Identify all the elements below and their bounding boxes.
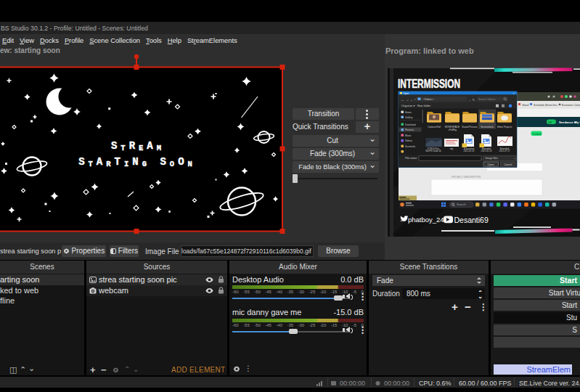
svg-text:Music: Music bbox=[405, 134, 412, 137]
svg-text:Slime Projects: Slime Projects bbox=[497, 126, 512, 128]
svg-text:Image files: Image files bbox=[486, 157, 499, 160]
svg-text:+FullRig: +FullRig bbox=[448, 128, 457, 131]
svg-text:Organize ▾: Organize ▾ bbox=[401, 105, 414, 107]
svg-text:New folder: New folder bbox=[417, 105, 431, 107]
svg-text:phatboy_24: phatboy_24 bbox=[408, 216, 444, 224]
svg-text:2021-05-10: 2021-05-10 bbox=[481, 150, 492, 152]
svg-text:Open: Open bbox=[488, 163, 494, 166]
svg-text:Pictures: Pictures bbox=[405, 128, 414, 131]
svg-text:2021-07-17: 2021-07-17 bbox=[499, 150, 510, 152]
svg-text:Search: Search bbox=[457, 203, 466, 206]
svg-text:Cancel: Cancel bbox=[504, 163, 512, 166]
svg-text:Camera Roll: Camera Roll bbox=[428, 126, 441, 128]
svg-text:Gallery: Gallery bbox=[405, 116, 413, 119]
svg-text:×: × bbox=[513, 92, 515, 95]
svg-text:File name:: File name: bbox=[405, 157, 417, 160]
svg-text:Screenshots: Screenshots bbox=[481, 126, 494, 128]
svg-text:Screensh.: Screensh. bbox=[405, 145, 416, 148]
svg-text:⌄: ⌄ bbox=[481, 157, 483, 160]
svg-text:mgi: mgi bbox=[450, 147, 454, 150]
svg-text:NoirPS Guide 4k: NoirPS Guide 4k bbox=[425, 150, 441, 152]
svg-text:› Videos ›: › Videos › bbox=[422, 98, 435, 101]
svg-text:↻: ↻ bbox=[473, 98, 475, 102]
svg-text:Desanti69: Desanti69 bbox=[454, 216, 489, 224]
svg-text:⌄: ⌄ bbox=[513, 157, 515, 160]
svg-text:⌄: ⌄ bbox=[468, 98, 471, 102]
svg-text:STARTING SOON: STARTING SOON bbox=[78, 156, 196, 170]
svg-text:Open: Open bbox=[404, 92, 409, 95]
svg-text:Download: Download bbox=[405, 123, 416, 126]
svg-text:Home: Home bbox=[405, 111, 412, 114]
svg-text:← → ⌄ ↑: ← → ⌄ ↑ bbox=[401, 97, 416, 102]
svg-text:Search Videos: Search Videos bbox=[478, 98, 496, 101]
svg-text:Videos: Videos bbox=[405, 139, 412, 142]
svg-text:Saved Pictures: Saved Pictures bbox=[462, 126, 478, 128]
svg-text:2021-05-10: 2021-05-10 bbox=[464, 150, 475, 152]
